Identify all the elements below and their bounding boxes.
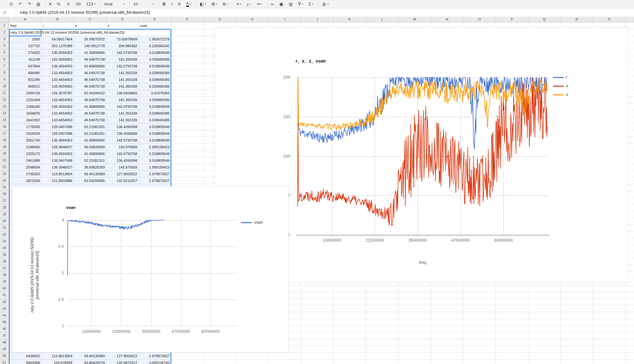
row-header-26[interactable]: 26 — [0, 191, 9, 198]
cell-c4[interactable]: 145.0912778 — [74, 43, 105, 49]
cell-d17[interactable]: 136.4266998 — [106, 130, 137, 137]
row-header-27[interactable]: 27 — [0, 198, 9, 204]
column-header-p[interactable]: P — [496, 17, 528, 22]
toolbar-functions-icon[interactable]: Σ▾ — [307, 2, 315, 6]
cell-b3[interactable]: 64.58917454 — [41, 36, 72, 43]
cell-a18[interactable]: 2051740 — [9, 137, 40, 144]
cell-b8[interactable]: 133.4654953 — [41, 70, 72, 76]
cell-e8[interactable]: 3.039665085 — [139, 70, 170, 76]
cell-a7[interactable]: 547864 — [9, 63, 40, 70]
toolbar-font-size-icon[interactable]: 10▾ — [132, 2, 155, 6]
cell-c23[interactable]: 58.40135989 — [74, 171, 105, 178]
row-header-7[interactable]: 7 — [0, 63, 9, 70]
cell-e22[interactable]: 2.999199423 — [139, 164, 170, 171]
cell-d1[interactable]: z — [108, 22, 138, 29]
cell-a50[interactable]: 6426652 — [9, 353, 40, 360]
row-header-46[interactable]: 46 — [0, 326, 9, 333]
cell-d3[interactable]: 73.93978699 — [106, 36, 137, 43]
cell-b22[interactable]: 139.3948027 — [41, 164, 72, 171]
cell-a15[interactable]: 1641592 — [9, 117, 40, 124]
cell-a22[interactable]: 2598604 — [9, 164, 40, 171]
row-header-1[interactable]: 1 — [0, 22, 9, 29]
cell-e11[interactable]: 3.01975056 — [139, 90, 170, 97]
cell-e50[interactable]: 2.979873627 — [139, 353, 170, 360]
cell-d13[interactable]: 142.6793798 — [106, 103, 137, 110]
row-header-31[interactable]: 31 — [0, 225, 9, 231]
cell-b16[interactable]: 126.0407688 — [41, 124, 72, 130]
cell-c50[interactable]: 58.40135989 — [74, 353, 105, 360]
cell-e14[interactable]: 3.039665085 — [139, 110, 170, 117]
row-header-42[interactable]: 42 — [0, 299, 9, 306]
row-header-5[interactable]: 5 — [0, 49, 9, 56]
row-header-50[interactable]: 50 — [0, 353, 9, 360]
row-header-44[interactable]: 44 — [0, 312, 9, 319]
cell-c15[interactable]: 46.54975738 — [74, 117, 105, 124]
cell-d19[interactable]: 143.970509 — [106, 144, 137, 151]
row-header-8[interactable]: 8 — [0, 70, 9, 76]
cell-e1[interactable]: vswr — [140, 22, 170, 29]
cell-e20[interactable]: 3.018809549 — [139, 151, 170, 157]
cell-e12[interactable]: 3.039665085 — [139, 97, 170, 103]
cell-d10[interactable]: 141.350339 — [106, 83, 137, 90]
row-header-39[interactable]: 39 — [0, 279, 9, 285]
cell-a24[interactable]: 2872036 — [9, 178, 40, 184]
toolbar-horizontal-align-icon[interactable]: ≡▾ — [236, 2, 243, 6]
row-header-51[interactable]: 51 — [0, 360, 9, 364]
row-header-22[interactable]: 22 — [0, 164, 9, 171]
row-header-37[interactable]: 37 — [0, 265, 9, 272]
cell-d7[interactable]: 142.6793798 — [106, 63, 137, 70]
cell-e51[interactable]: 3.000126743 — [139, 360, 170, 364]
column-header-g[interactable]: G — [204, 17, 236, 22]
cell-c51[interactable]: 55.80426279 — [74, 360, 105, 364]
column-header-s[interactable]: S — [593, 17, 626, 22]
toolbar-strikethrough-icon[interactable]: S — [177, 2, 182, 6]
row-header-9[interactable]: 9 — [0, 76, 9, 83]
toolbar-insert-link-icon[interactable]: ∞ — [270, 2, 275, 6]
cell-e23[interactable]: 2.979873627 — [139, 171, 170, 178]
cell-b5[interactable]: 136.4594353 — [41, 49, 72, 56]
cell-c7[interactable]: 41.66806856 — [74, 63, 105, 70]
toolbar-increase-decimals[interactable]: .00 — [74, 2, 82, 6]
cell-a12[interactable]: 1231444 — [9, 97, 40, 103]
row-header-29[interactable]: 29 — [0, 211, 9, 218]
column-header-r[interactable]: R — [561, 17, 593, 22]
cell-b19[interactable]: 139.3948027 — [41, 144, 72, 151]
cell-b20[interactable]: 136.4594353 — [41, 151, 72, 157]
cell-b18[interactable]: 136.4594353 — [41, 137, 72, 144]
row-header-32[interactable]: 32 — [0, 231, 9, 238]
select-all-corner[interactable] — [0, 17, 9, 22]
row-header-11[interactable]: 11 — [0, 90, 9, 97]
toolbar-paint-format-icon[interactable]: ▧ — [35, 2, 41, 6]
cell-b10[interactable]: 133.4654953 — [41, 83, 72, 90]
cell-b4[interactable]: 251.1375389 — [41, 43, 72, 49]
cell-e4[interactable]: 3.236366342 — [139, 43, 170, 49]
cell-c9[interactable]: 46.54975738 — [74, 76, 105, 83]
cell-c8[interactable]: 46.54975738 — [74, 70, 105, 76]
cell-d24[interactable]: 132.9210257 — [106, 178, 137, 184]
cell-e17[interactable]: 3.018809549 — [139, 130, 170, 137]
cell-b6[interactable]: 133.4654953 — [41, 56, 72, 63]
row-header-23[interactable]: 23 — [0, 171, 9, 178]
cell-a8[interactable]: 684580 — [9, 70, 40, 76]
cell-e3[interactable]: 1.955672278 — [139, 36, 170, 43]
row-header-25[interactable]: 25 — [0, 184, 9, 191]
cell-b14[interactable]: 133.4654953 — [41, 110, 72, 117]
row-header-49[interactable]: 49 — [0, 346, 9, 353]
cell-d12[interactable]: 141.350339 — [106, 97, 137, 103]
cell-d23[interactable]: 127.9653622 — [106, 171, 137, 178]
column-header-c[interactable]: C — [74, 17, 106, 22]
row-header-28[interactable]: 28 — [0, 204, 9, 211]
cell-d16[interactable]: 136.4266998 — [106, 124, 137, 130]
cell-e9[interactable]: 3.039665085 — [139, 76, 170, 83]
row-header-6[interactable]: 6 — [0, 56, 9, 63]
cell-a21[interactable]: 2461888 — [9, 157, 40, 164]
cell-b50[interactable]: 113.8613854 — [41, 353, 72, 360]
column-header-d[interactable]: D — [106, 17, 139, 22]
cell-a51[interactable]: 6563368 — [9, 360, 40, 364]
cell-c10[interactable]: 46.54975738 — [74, 83, 105, 90]
cell-e13[interactable]: 3.018809549 — [139, 103, 170, 110]
cell-b7[interactable]: 136.4594353 — [41, 63, 72, 70]
cell-b24[interactable]: 121.6603986 — [41, 178, 72, 184]
cell-d51[interactable]: 132.0872527 — [106, 360, 137, 364]
row-header-41[interactable]: 41 — [0, 292, 9, 299]
